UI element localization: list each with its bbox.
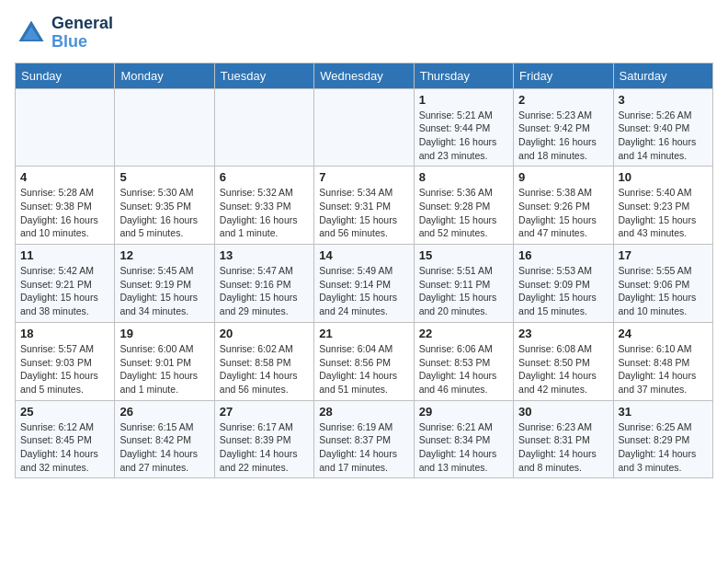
day-number: 5 (119, 170, 209, 184)
day-number: 6 (220, 170, 309, 184)
day-info: Sunrise: 6:21 AM Sunset: 8:34 PM Dayligh… (419, 420, 508, 475)
day-number: 18 (20, 327, 109, 340)
day-info: Sunrise: 5:42 AM Sunset: 9:21 PM Dayligh… (20, 264, 109, 318)
day-info: Sunrise: 6:10 AM Sunset: 8:48 PM Dayligh… (619, 342, 708, 396)
day-of-week-friday: Friday (514, 63, 613, 88)
day-info: Sunrise: 5:38 AM Sunset: 9:26 PM Dayligh… (518, 186, 608, 240)
day-info: Sunrise: 6:02 AM Sunset: 8:58 PM Dayligh… (220, 342, 309, 396)
day-info: Sunrise: 5:26 AM Sunset: 9:40 PM Dayligh… (619, 109, 708, 163)
day-info: Sunrise: 5:23 AM Sunset: 9:42 PM Dayligh… (518, 109, 608, 163)
calendar-day-30: 30Sunrise: 6:23 AM Sunset: 8:31 PM Dayli… (514, 400, 613, 478)
day-info: Sunrise: 5:32 AM Sunset: 9:33 PM Dayligh… (220, 186, 309, 240)
day-number: 3 (619, 93, 708, 107)
calendar-header-row: SundayMondayTuesdayWednesdayThursdayFrid… (16, 63, 713, 88)
day-number: 4 (20, 170, 109, 184)
calendar-day-15: 15Sunrise: 5:51 AM Sunset: 9:11 PM Dayli… (414, 245, 513, 323)
day-of-week-sunday: Sunday (16, 63, 115, 88)
day-info: Sunrise: 6:00 AM Sunset: 9:01 PM Dayligh… (119, 342, 209, 396)
day-number: 22 (419, 327, 508, 340)
day-of-week-thursday: Thursday (414, 63, 513, 88)
day-number: 15 (419, 248, 508, 262)
day-number: 17 (619, 248, 708, 262)
calendar-day-31: 31Sunrise: 6:25 AM Sunset: 8:29 PM Dayli… (613, 400, 712, 478)
calendar-day-10: 10Sunrise: 5:40 AM Sunset: 9:23 PM Dayli… (613, 167, 712, 245)
day-info: Sunrise: 5:28 AM Sunset: 9:38 PM Dayligh… (20, 186, 109, 240)
calendar-day-25: 25Sunrise: 6:12 AM Sunset: 8:45 PM Dayli… (16, 400, 115, 478)
calendar-day-13: 13Sunrise: 5:47 AM Sunset: 9:16 PM Dayli… (214, 245, 313, 323)
calendar-day-17: 17Sunrise: 5:55 AM Sunset: 9:06 PM Dayli… (613, 245, 712, 323)
day-info: Sunrise: 6:12 AM Sunset: 8:45 PM Dayligh… (20, 420, 109, 475)
calendar-empty-cell (115, 88, 214, 167)
day-info: Sunrise: 5:21 AM Sunset: 9:44 PM Dayligh… (419, 109, 508, 163)
day-number: 20 (220, 327, 309, 340)
calendar-day-1: 1Sunrise: 5:21 AM Sunset: 9:44 PM Daylig… (414, 88, 513, 167)
calendar-day-11: 11Sunrise: 5:42 AM Sunset: 9:21 PM Dayli… (16, 245, 115, 323)
day-number: 2 (518, 93, 608, 107)
calendar-day-14: 14Sunrise: 5:49 AM Sunset: 9:14 PM Dayli… (314, 245, 414, 323)
day-info: Sunrise: 6:15 AM Sunset: 8:42 PM Dayligh… (119, 420, 209, 475)
calendar-day-29: 29Sunrise: 6:21 AM Sunset: 8:34 PM Dayli… (414, 400, 513, 478)
day-info: Sunrise: 6:08 AM Sunset: 8:50 PM Dayligh… (518, 342, 608, 396)
calendar-day-5: 5Sunrise: 5:30 AM Sunset: 9:35 PM Daylig… (115, 167, 214, 245)
day-info: Sunrise: 5:57 AM Sunset: 9:03 PM Dayligh… (20, 342, 109, 396)
day-of-week-wednesday: Wednesday (314, 63, 414, 88)
day-number: 16 (518, 248, 608, 262)
day-number: 10 (619, 170, 708, 184)
calendar-week-row: 1Sunrise: 5:21 AM Sunset: 9:44 PM Daylig… (16, 88, 713, 167)
day-info: Sunrise: 5:40 AM Sunset: 9:23 PM Dayligh… (619, 186, 708, 240)
day-info: Sunrise: 6:25 AM Sunset: 8:29 PM Dayligh… (619, 420, 708, 475)
day-number: 9 (518, 170, 608, 184)
day-info: Sunrise: 5:30 AM Sunset: 9:35 PM Dayligh… (119, 186, 209, 240)
day-number: 21 (319, 327, 408, 340)
day-info: Sunrise: 5:51 AM Sunset: 9:11 PM Dayligh… (419, 264, 508, 318)
day-of-week-saturday: Saturday (613, 63, 712, 88)
calendar-day-4: 4Sunrise: 5:28 AM Sunset: 9:38 PM Daylig… (16, 167, 115, 245)
calendar-day-21: 21Sunrise: 6:04 AM Sunset: 8:56 PM Dayli… (314, 322, 414, 400)
day-number: 19 (119, 327, 209, 340)
day-number: 29 (419, 405, 508, 419)
calendar-week-row: 18Sunrise: 5:57 AM Sunset: 9:03 PM Dayli… (16, 322, 713, 400)
logo-icon (15, 17, 48, 50)
calendar-empty-cell (314, 88, 414, 167)
day-number: 8 (419, 170, 508, 184)
calendar-day-7: 7Sunrise: 5:34 AM Sunset: 9:31 PM Daylig… (314, 167, 414, 245)
day-number: 14 (319, 248, 408, 262)
day-info: Sunrise: 5:49 AM Sunset: 9:14 PM Dayligh… (319, 264, 408, 318)
day-info: Sunrise: 5:53 AM Sunset: 9:09 PM Dayligh… (518, 264, 608, 318)
day-number: 13 (220, 248, 309, 262)
calendar-table: SundayMondayTuesdayWednesdayThursdayFrid… (15, 63, 713, 479)
day-number: 11 (20, 248, 109, 262)
day-number: 12 (119, 248, 209, 262)
day-number: 7 (319, 170, 408, 184)
calendar-empty-cell (214, 88, 313, 167)
day-number: 24 (619, 327, 708, 340)
day-info: Sunrise: 6:17 AM Sunset: 8:39 PM Dayligh… (220, 420, 309, 475)
day-info: Sunrise: 6:04 AM Sunset: 8:56 PM Dayligh… (319, 342, 408, 396)
day-info: Sunrise: 5:45 AM Sunset: 9:19 PM Dayligh… (119, 264, 209, 318)
day-of-week-monday: Monday (115, 63, 214, 88)
logo-text: General Blue (51, 15, 113, 52)
day-number: 31 (619, 405, 708, 419)
day-info: Sunrise: 6:19 AM Sunset: 8:37 PM Dayligh… (319, 420, 408, 475)
calendar-day-24: 24Sunrise: 6:10 AM Sunset: 8:48 PM Dayli… (613, 322, 712, 400)
page-header: General Blue (15, 15, 713, 52)
calendar-day-23: 23Sunrise: 6:08 AM Sunset: 8:50 PM Dayli… (514, 322, 613, 400)
day-number: 25 (20, 405, 109, 419)
calendar-day-8: 8Sunrise: 5:36 AM Sunset: 9:28 PM Daylig… (414, 167, 513, 245)
calendar-day-20: 20Sunrise: 6:02 AM Sunset: 8:58 PM Dayli… (214, 322, 313, 400)
calendar-day-3: 3Sunrise: 5:26 AM Sunset: 9:40 PM Daylig… (613, 88, 712, 167)
calendar-day-28: 28Sunrise: 6:19 AM Sunset: 8:37 PM Dayli… (314, 400, 414, 478)
calendar-day-18: 18Sunrise: 5:57 AM Sunset: 9:03 PM Dayli… (16, 322, 115, 400)
calendar-week-row: 25Sunrise: 6:12 AM Sunset: 8:45 PM Dayli… (16, 400, 713, 478)
day-number: 26 (119, 405, 209, 419)
day-info: Sunrise: 5:34 AM Sunset: 9:31 PM Dayligh… (319, 186, 408, 240)
day-info: Sunrise: 6:23 AM Sunset: 8:31 PM Dayligh… (518, 420, 608, 475)
day-number: 27 (220, 405, 309, 419)
calendar-day-2: 2Sunrise: 5:23 AM Sunset: 9:42 PM Daylig… (514, 88, 613, 167)
day-number: 28 (319, 405, 408, 419)
calendar-day-26: 26Sunrise: 6:15 AM Sunset: 8:42 PM Dayli… (115, 400, 214, 478)
calendar-week-row: 4Sunrise: 5:28 AM Sunset: 9:38 PM Daylig… (16, 167, 713, 245)
calendar-day-9: 9Sunrise: 5:38 AM Sunset: 9:26 PM Daylig… (514, 167, 613, 245)
day-info: Sunrise: 5:55 AM Sunset: 9:06 PM Dayligh… (619, 264, 708, 318)
calendar-day-16: 16Sunrise: 5:53 AM Sunset: 9:09 PM Dayli… (514, 245, 613, 323)
